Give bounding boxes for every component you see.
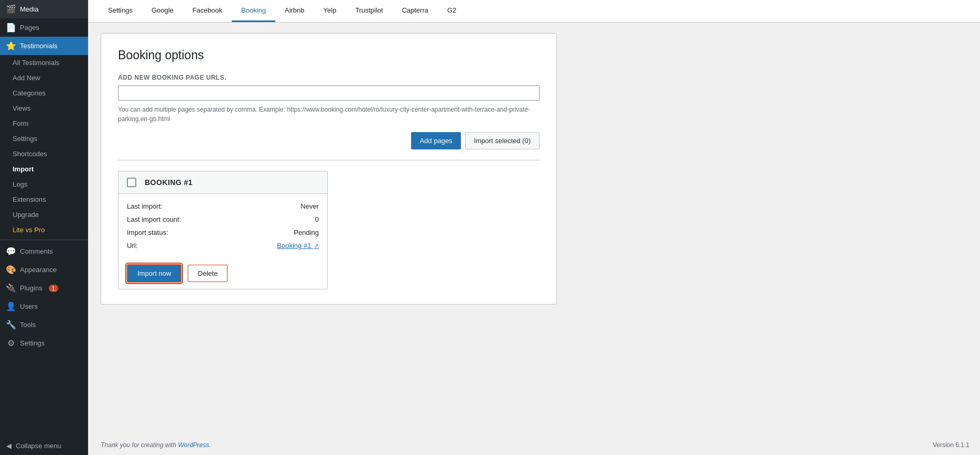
booking-row-import-status: Import status: Pending (127, 229, 319, 236)
collapse-icon: ◀ (6, 442, 12, 450)
plugins-icon: 🔌 (6, 283, 16, 293)
actions-row: Add pages Import selected (0) (118, 132, 540, 149)
booking-row-import-count: Last import count: 0 (127, 215, 319, 223)
tab-settings[interactable]: Settings (99, 0, 142, 22)
sidebar-item-shortcodes[interactable]: Shortcodes (0, 146, 88, 161)
delete-button[interactable]: Delete (188, 265, 228, 282)
sidebar-divider-1 (0, 240, 88, 240)
booking-options-card: Booking options ADD NEW BOOKING PAGE URL… (101, 33, 557, 305)
sidebar-item-categories[interactable]: Categories (0, 85, 88, 101)
booking-card-body: Last import: Never Last import count: 0 … (119, 194, 327, 258)
sidebar: 🎬 Media 📄 Pages ⭐ Testimonials All Testi… (0, 0, 88, 455)
sidebar-item-add-new[interactable]: Add New (0, 70, 88, 85)
tab-trustpilot[interactable]: Trustpilot (346, 0, 392, 22)
section-divider (118, 160, 540, 160)
sidebar-item-settings-main[interactable]: ⚙ Settings (0, 334, 88, 352)
wordpress-link[interactable]: WordPress. (178, 441, 211, 449)
sidebar-item-plugins[interactable]: 🔌 Plugins 1 (0, 279, 88, 297)
tab-facebook[interactable]: Facebook (183, 0, 232, 22)
sidebar-item-pages[interactable]: 📄 Pages (0, 18, 88, 37)
booking-card-footer: Import now Delete (119, 258, 327, 289)
users-icon: 👤 (6, 301, 16, 311)
sidebar-item-tools[interactable]: 🔧 Tools (0, 316, 88, 334)
footer: Thank you for creating with WordPress. (88, 435, 980, 455)
collapse-menu[interactable]: ◀ Collapse menu (0, 437, 88, 455)
sidebar-item-comments[interactable]: 💬 Comments (0, 242, 88, 261)
page-content: Booking options ADD NEW BOOKING PAGE URL… (88, 23, 980, 435)
last-import-count-label: Last import count: (127, 215, 181, 223)
last-import-label: Last import: (127, 202, 163, 210)
tools-icon: 🔧 (6, 320, 16, 330)
main-content: Settings Google Facebook Booking Airbnb … (88, 0, 980, 455)
import-status-label: Import status: (127, 229, 168, 236)
sidebar-item-upgrade[interactable]: Upgrade (0, 207, 88, 222)
sidebar-item-logs[interactable]: Logs (0, 177, 88, 192)
tab-google[interactable]: Google (142, 0, 183, 22)
booking-card: BOOKING #1 Last import: Never Last impor… (118, 171, 328, 289)
sidebar-item-users[interactable]: 👤 Users (0, 297, 88, 316)
booking-row-url: Url: Booking #1 ↗ (127, 242, 319, 250)
booking-row-last-import: Last import: Never (127, 202, 319, 210)
url-helper-text: You can add multiple pages separated by … (118, 105, 540, 124)
tab-capterra[interactable]: Capterra (392, 0, 438, 22)
tab-g2[interactable]: G2 (438, 0, 466, 22)
url-input[interactable] (118, 85, 540, 101)
import-status-value: Pending (294, 229, 319, 236)
import-selected-button[interactable]: Import selected (0) (465, 132, 540, 149)
testimonials-icon: ⭐ (6, 41, 16, 51)
add-pages-button[interactable]: Add pages (411, 132, 460, 149)
page-title: Booking options (118, 48, 540, 62)
pages-icon: 📄 (6, 23, 16, 32)
plugins-badge: 1 (49, 285, 58, 292)
tab-booking[interactable]: Booking (232, 0, 275, 22)
last-import-value: Never (300, 202, 319, 210)
last-import-count-value: 0 (315, 215, 319, 223)
tab-bar: Settings Google Facebook Booking Airbnb … (88, 0, 980, 23)
sidebar-item-media[interactable]: 🎬 Media (0, 0, 88, 18)
url-label: Url: (127, 242, 137, 250)
sidebar-item-all-testimonials[interactable]: All Testimonials (0, 55, 88, 70)
booking-url-link[interactable]: Booking #1 ↗ (277, 242, 319, 250)
booking-card-title: BOOKING #1 (145, 178, 192, 187)
booking-checkbox[interactable] (127, 178, 136, 187)
import-now-button[interactable]: Import now (127, 264, 181, 283)
tab-yelp[interactable]: Yelp (314, 0, 346, 22)
settings-main-icon: ⚙ (6, 338, 16, 348)
url-section-label: ADD NEW BOOKING PAGE URLS. (118, 74, 540, 81)
version-label: Version 6.1.1 (933, 441, 970, 449)
sidebar-item-extensions[interactable]: Extensions (0, 192, 88, 207)
sidebar-item-lite-vs-pro[interactable]: Lite vs Pro (0, 222, 88, 237)
media-icon: 🎬 (6, 4, 16, 14)
sidebar-item-form[interactable]: Form (0, 116, 88, 131)
sidebar-item-settings[interactable]: Settings (0, 131, 88, 146)
sidebar-item-appearance[interactable]: 🎨 Appearance (0, 261, 88, 279)
sidebar-item-import[interactable]: Import (0, 161, 88, 177)
sidebar-item-views[interactable]: Views (0, 101, 88, 116)
comments-icon: 💬 (6, 246, 16, 256)
sidebar-item-testimonials[interactable]: ⭐ Testimonials (0, 37, 88, 55)
external-link-icon: ↗ (314, 243, 319, 249)
appearance-icon: 🎨 (6, 265, 16, 275)
booking-card-header: BOOKING #1 (119, 171, 327, 194)
tab-airbnb[interactable]: Airbnb (275, 0, 314, 22)
